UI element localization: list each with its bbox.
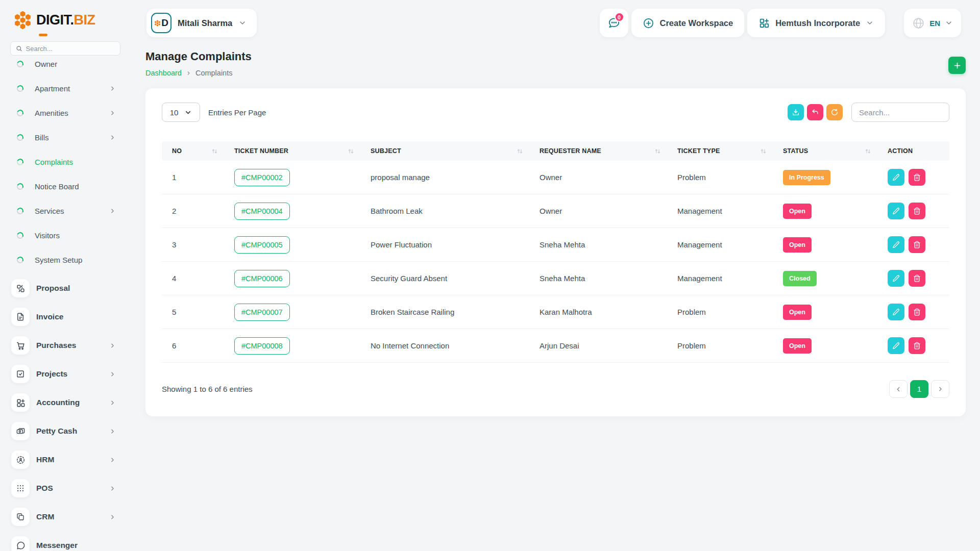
column-header-ticket-number[interactable]: TICKET NUMBER bbox=[224, 141, 360, 161]
sidebar-search-input[interactable] bbox=[26, 45, 115, 53]
chevron-right-icon bbox=[109, 457, 116, 463]
ticket-number-pill[interactable]: #CMP00008 bbox=[234, 337, 290, 355]
ticket-number-pill[interactable]: #CMP00004 bbox=[234, 203, 290, 220]
sidebar-item-amenities[interactable]: Amenities bbox=[0, 101, 130, 125]
cell-actions bbox=[877, 295, 949, 329]
showing-entries-text: Showing 1 to 6 of 6 entries bbox=[162, 385, 253, 393]
ticket-number-pill[interactable]: #CMP00005 bbox=[234, 236, 290, 254]
delete-button[interactable] bbox=[909, 169, 925, 186]
delete-button[interactable] bbox=[909, 203, 925, 219]
hexagon-cluster-icon bbox=[154, 20, 161, 27]
sidebar-item-label: Proposal bbox=[36, 284, 70, 293]
cell-no: 5 bbox=[162, 295, 224, 329]
ticket-number-pill[interactable]: #CMP00006 bbox=[234, 270, 290, 287]
sidebar-item-owner[interactable]: Owner bbox=[0, 57, 130, 76]
refresh-button[interactable] bbox=[826, 104, 843, 120]
delete-button[interactable] bbox=[909, 304, 925, 320]
sidebar-item-label: Services bbox=[35, 207, 64, 215]
cell-requester-name: Arjun Desai bbox=[529, 329, 667, 362]
cell-actions bbox=[877, 262, 949, 295]
sidebar-item-services[interactable]: Services bbox=[0, 198, 130, 223]
table-search-input[interactable] bbox=[851, 103, 949, 122]
entries-per-page-select[interactable]: 10 bbox=[162, 103, 200, 122]
column-header-label: NO bbox=[172, 147, 182, 155]
complaints-card: 10 Entries Per Page bbox=[145, 88, 966, 416]
edit-button[interactable] bbox=[888, 337, 904, 354]
cart-icon bbox=[11, 336, 30, 355]
delete-button[interactable] bbox=[909, 337, 925, 354]
language-selector[interactable]: EN bbox=[904, 9, 961, 37]
ring-icon bbox=[16, 158, 24, 166]
sidebar-item-notice-board[interactable]: Notice Board bbox=[0, 174, 130, 198]
sidebar-item-petty-cash[interactable]: Petty Cash bbox=[0, 417, 130, 445]
cell-subject: Security Guard Absent bbox=[360, 262, 529, 295]
sidebar-item-label: Petty Cash bbox=[36, 427, 77, 436]
create-workspace-button[interactable]: Create Workspace bbox=[631, 9, 745, 37]
edit-button[interactable] bbox=[888, 236, 904, 253]
add-complaint-button[interactable] bbox=[948, 57, 966, 74]
messages-button[interactable]: 0 bbox=[600, 9, 628, 37]
sidebar-item-label: Purchases bbox=[36, 341, 76, 350]
complaints-table: NO TICKET NUMBER SUBJECT REQUESTER NAME … bbox=[162, 141, 949, 363]
invoice-icon bbox=[11, 308, 30, 326]
sidebar: DIGIT.BIZ Owner Apartment Amenities Bill… bbox=[0, 0, 130, 551]
sidebar-item-purchases[interactable]: Purchases bbox=[0, 331, 130, 360]
sidebar-item-hrm[interactable]: HRM bbox=[0, 445, 130, 474]
company-selector[interactable]: Hemtush Incorporate bbox=[747, 9, 885, 37]
ring-icon bbox=[16, 133, 24, 142]
download-button[interactable] bbox=[788, 104, 804, 120]
chevron-right-icon bbox=[109, 85, 116, 92]
ring-icon bbox=[16, 231, 24, 240]
undo-button[interactable] bbox=[807, 104, 823, 120]
refresh-icon bbox=[830, 108, 839, 116]
column-header-status[interactable]: STATUS bbox=[773, 141, 877, 161]
sidebar-item-invoice[interactable]: Invoice bbox=[0, 303, 130, 331]
column-header-subject[interactable]: SUBJECT bbox=[360, 141, 529, 161]
ring-icon bbox=[16, 60, 24, 68]
sidebar-item-visitors[interactable]: Visitors bbox=[0, 223, 130, 247]
edit-button[interactable] bbox=[888, 169, 904, 186]
sidebar-item-crm[interactable]: CRM bbox=[0, 503, 130, 531]
page-head: Manage Complaints Dashboard Complaints bbox=[145, 50, 966, 77]
edit-button[interactable] bbox=[888, 203, 904, 219]
sidebar-item-apartment[interactable]: Apartment bbox=[0, 76, 130, 101]
delete-button[interactable] bbox=[909, 236, 925, 253]
table-body: 1 #CMP00002 proposal manage Owner Proble… bbox=[162, 161, 949, 363]
sidebar-item-bills[interactable]: Bills bbox=[0, 125, 130, 149]
ticket-number-pill[interactable]: #CMP00002 bbox=[234, 169, 290, 186]
sidebar-item-accounting[interactable]: Accounting bbox=[0, 388, 130, 417]
sort-icon bbox=[760, 148, 767, 155]
column-header-requester-name[interactable]: REQUESTER NAME bbox=[529, 141, 667, 161]
cell-ticket-type: Management bbox=[667, 228, 773, 261]
sidebar-item-messenger[interactable]: Messenger bbox=[0, 531, 130, 551]
undo-icon bbox=[811, 108, 819, 116]
cell-actions bbox=[877, 228, 949, 261]
messenger-icon bbox=[11, 536, 30, 551]
breadcrumb-dashboard-link[interactable]: Dashboard bbox=[145, 69, 182, 77]
ring-icon bbox=[16, 256, 24, 264]
edit-button[interactable] bbox=[888, 304, 904, 320]
cell-subject: Bathroom Leak bbox=[360, 194, 529, 228]
sidebar-item-pos[interactable]: POS bbox=[0, 474, 130, 503]
sidebar-item-proposal[interactable]: Proposal bbox=[0, 274, 130, 303]
pagination-page-button[interactable]: 1 bbox=[910, 380, 928, 398]
column-header-label: SUBJECT bbox=[371, 147, 401, 155]
pagination-prev-button[interactable] bbox=[889, 380, 908, 398]
column-header-ticket-type[interactable]: TICKET TYPE bbox=[667, 141, 773, 161]
main-area: D Mitali Sharma 0 Create bbox=[130, 0, 980, 551]
workspace-selector[interactable]: D Mitali Sharma bbox=[146, 9, 257, 37]
entries-per-page-label: Entries Per Page bbox=[208, 108, 266, 117]
pagination-next-button[interactable] bbox=[931, 380, 949, 398]
column-header-no[interactable]: NO bbox=[162, 141, 224, 161]
sidebar-item-projects[interactable]: Projects bbox=[0, 360, 130, 388]
delete-button[interactable] bbox=[909, 270, 925, 287]
workspace-avatar: D bbox=[151, 13, 172, 33]
sidebar-item-system-setup[interactable]: System Setup bbox=[0, 247, 130, 272]
ticket-number-pill[interactable]: #CMP00007 bbox=[234, 304, 290, 321]
person-circle-icon bbox=[11, 450, 30, 469]
sidebar-item-label: CRM bbox=[36, 512, 54, 521]
sidebar-item-complaints[interactable]: Complaints bbox=[0, 149, 130, 174]
sidebar-item-label: Invoice bbox=[36, 312, 63, 321]
edit-button[interactable] bbox=[888, 270, 904, 287]
cell-requester-name: Sneha Mehta bbox=[529, 228, 667, 261]
